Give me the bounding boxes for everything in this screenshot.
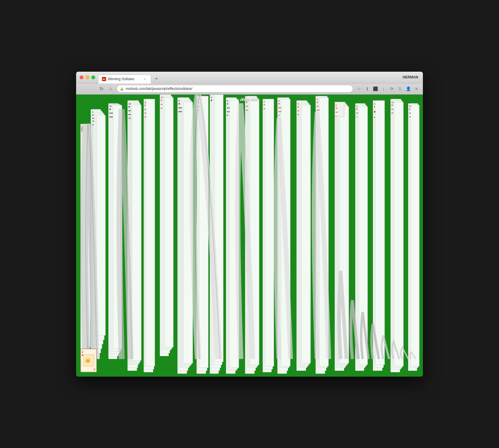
svg-text:Q: Q — [145, 101, 146, 104]
svg-text:♣: ♣ — [109, 108, 111, 110]
url-bar[interactable]: 🔒 mrdoob.com/lab/javascript/effects/soli… — [117, 85, 353, 93]
url-lock-icon: 🔒 — [120, 87, 124, 91]
home-button[interactable]: ⌂ — [107, 85, 114, 92]
svg-rect-41 — [145, 99, 155, 366]
content-area: You win! /* SVG doesn't support JS insid… — [76, 95, 423, 377]
browser-window: Mr Winning Solitaire × + HERMAN ‹ › ↻ ⌂ … — [76, 72, 423, 377]
svg-text:♥♥♥: ♥♥♥ — [317, 109, 320, 111]
svg-text:♣♣: ♣♣ — [128, 114, 131, 115]
svg-text:A: A — [374, 116, 375, 118]
svg-text:9: 9 — [278, 100, 279, 102]
svg-text:♦♦: ♦♦ — [409, 112, 411, 114]
svg-text:10: 10 — [128, 103, 131, 105]
svg-text:♦: ♦ — [374, 110, 376, 114]
svg-text:8: 8 — [227, 114, 228, 116]
svg-text:9: 9 — [92, 123, 94, 126]
svg-rect-150 — [375, 100, 385, 365]
svg-text:9: 9 — [278, 114, 279, 116]
svg-text:♦: ♦ — [409, 108, 410, 110]
svg-text:♦: ♦ — [374, 105, 375, 108]
toolbar-icons: ☆ ℹ ⬛ ↓ ⟳ S 👤 ≡ — [355, 85, 420, 92]
svg-text:8: 8 — [227, 100, 228, 102]
svg-text:♥♥: ♥♥ — [246, 109, 248, 111]
svg-text:9: 9 — [178, 100, 180, 102]
forward-button[interactable]: › — [88, 85, 96, 92]
svg-text:♥: ♥ — [336, 107, 337, 110]
title-bar: Mr Winning Solitaire × + HERMAN — [76, 72, 423, 83]
active-tab[interactable]: Mr Winning Solitaire × — [98, 75, 151, 83]
svg-text:K: K — [336, 104, 337, 106]
svg-text:♣: ♣ — [178, 103, 180, 105]
download-icon[interactable]: ↓ — [380, 85, 387, 92]
url-text: mrdoob.com/lab/javascript/effects/solita… — [126, 87, 350, 91]
svg-text:♣♣♣: ♣♣♣ — [109, 112, 113, 114]
svg-rect-165 — [411, 105, 419, 366]
svg-text:Q: Q — [356, 105, 358, 108]
svg-text:Q: Q — [356, 116, 358, 118]
svg-rect-33 — [132, 105, 141, 360]
svg-text:♦♦: ♦♦ — [297, 110, 299, 112]
info-icon[interactable]: ℹ — [364, 85, 371, 92]
win-text: You win! — [241, 97, 258, 102]
svg-text:♣♣♣: ♣♣♣ — [178, 111, 182, 113]
user-name: HERMAN — [403, 75, 419, 79]
minimize-button[interactable] — [86, 75, 89, 79]
svg-text:♦♦: ♦♦ — [161, 107, 163, 109]
tab-favicon: Mr — [102, 77, 106, 81]
svg-text:10: 10 — [161, 96, 163, 98]
svg-rect-13 — [97, 115, 106, 335]
svg-text:J: J — [94, 368, 95, 371]
svg-text:10: 10 — [128, 117, 131, 119]
back-button[interactable]: ‹ — [79, 85, 86, 92]
tab-close-button[interactable]: × — [143, 77, 147, 81]
toolbar: ‹ › ↻ ⌂ 🔒 mrdoob.com/lab/javascript/effe… — [76, 83, 423, 95]
svg-text:♦♦: ♦♦ — [264, 108, 265, 110]
svg-text:♥♥: ♥♥ — [317, 105, 319, 107]
traffic-lights — [80, 75, 95, 79]
svg-text:♥: ♥ — [278, 103, 280, 105]
svg-text:J: J — [82, 350, 83, 353]
bookmark-icon[interactable]: ☆ — [355, 85, 362, 92]
menu-icon[interactable]: ≡ — [413, 85, 420, 92]
svg-text:♥: ♥ — [391, 104, 393, 107]
svg-text:♦♦: ♦♦ — [297, 114, 299, 115]
svg-text:♠♠♠: ♠♠♠ — [227, 107, 230, 109]
svg-text:♠♠: ♠♠ — [92, 120, 94, 122]
svg-text:10: 10 — [409, 105, 411, 107]
close-button[interactable] — [80, 75, 83, 79]
svg-text:♦♦: ♦♦ — [145, 112, 146, 114]
svg-text:♣♣♣: ♣♣♣ — [109, 116, 113, 118]
svg-text:♦: ♦ — [145, 104, 146, 107]
tabs-area: Mr Winning Solitaire × + — [98, 72, 403, 83]
svg-text:👑: 👑 — [85, 358, 91, 363]
svg-text:8: 8 — [264, 101, 265, 103]
svg-text:♦: ♦ — [82, 353, 83, 357]
svg-text:♥♥♥: ♥♥♥ — [278, 111, 282, 113]
svg-text:8: 8 — [211, 96, 212, 98]
cards-svg: /* SVG doesn't support JS inside, using … — [76, 95, 423, 377]
refresh-button[interactable]: ↻ — [98, 85, 105, 92]
svg-rect-100 — [265, 99, 274, 366]
svg-text:♣♣♣: ♣♣♣ — [178, 107, 182, 109]
svg-text:♣: ♣ — [211, 99, 212, 102]
svg-text:♦: ♦ — [161, 99, 162, 102]
svg-rect-158 — [394, 102, 403, 366]
maximize-button[interactable] — [91, 75, 95, 79]
svg-text:9: 9 — [92, 111, 93, 113]
profile-icon[interactable]: 👤 — [405, 85, 412, 92]
sync-icon[interactable]: ⟳ — [388, 85, 395, 92]
svg-text:♥: ♥ — [81, 128, 83, 131]
screen-icon[interactable]: ⬛ — [372, 85, 379, 92]
svg-text:♣♣: ♣♣ — [128, 110, 131, 112]
svg-text:♦: ♦ — [264, 103, 265, 106]
svg-text:♥♥: ♥♥ — [336, 111, 338, 113]
svg-text:♦: ♦ — [297, 105, 299, 108]
skype-icon[interactable]: S — [396, 85, 403, 92]
svg-text:♦♦: ♦♦ — [161, 103, 163, 105]
new-tab-button[interactable]: + — [152, 75, 160, 83]
svg-text:A: A — [374, 103, 375, 105]
svg-text:♥♥♥: ♥♥♥ — [278, 107, 282, 109]
svg-rect-51 — [165, 98, 173, 347]
svg-text:♠♠♠: ♠♠♠ — [227, 111, 230, 113]
svg-text:K: K — [336, 115, 337, 117]
